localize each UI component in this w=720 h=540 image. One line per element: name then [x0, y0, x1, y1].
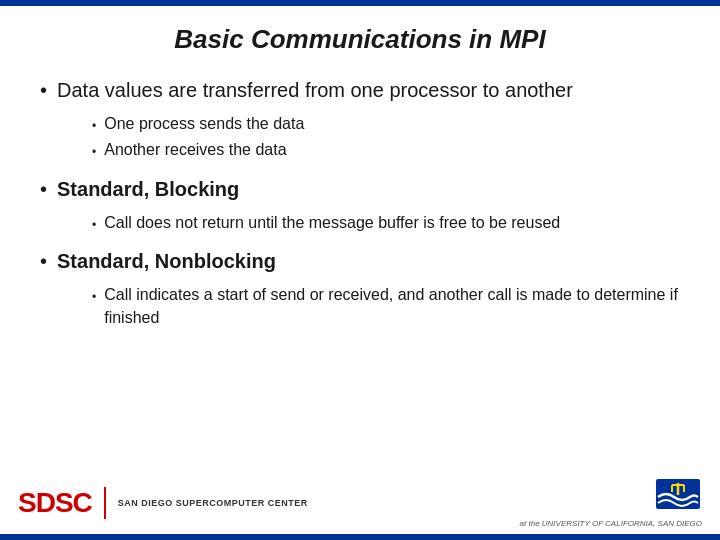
sub-bullet-symbol-2-1: •	[92, 217, 96, 234]
main-bullet-1-text: Data values are transferred from one pro…	[57, 77, 573, 103]
main-bullet-1: • Data values are transferred from one p…	[40, 77, 680, 103]
footer-org-name: SAN DIEGO SUPERCOMPUTER CENTER	[118, 498, 308, 508]
ucsd-label: at the UNIVERSITY OF CALIFORNIA, SAN DIE…	[520, 519, 702, 528]
sub-bullet-1-1-text: One process sends the data	[104, 113, 304, 135]
bullet-symbol-1: •	[40, 79, 47, 102]
slide-title: Basic Communications in MPI	[40, 24, 680, 55]
sub-bullet-2-1: • Call does not return until the message…	[92, 212, 680, 234]
slide-footer: SDSC SAN DIEGO SUPERCOMPUTER CENTER at t…	[0, 477, 720, 528]
footer-left: SDSC SAN DIEGO SUPERCOMPUTER CENTER	[18, 487, 308, 519]
footer-right: at the UNIVERSITY OF CALIFORNIA, SAN DIE…	[520, 477, 702, 528]
main-bullet-2-text: Standard, Blocking	[57, 176, 239, 202]
sdsc-divider	[104, 487, 106, 519]
sub-bullets-2: • Call does not return until the message…	[92, 212, 680, 234]
sub-bullet-1-2: • Another receives the data	[92, 139, 680, 161]
sub-bullet-symbol-3-1: •	[92, 289, 96, 306]
ucsd-logo-icon	[654, 477, 702, 515]
sub-bullet-3-1: • Call indicates a start of send or rece…	[92, 284, 680, 329]
sub-bullet-1-1: • One process sends the data	[92, 113, 680, 135]
bullet-symbol-3: •	[40, 250, 47, 273]
sub-bullets-3: • Call indicates a start of send or rece…	[92, 284, 680, 329]
sub-bullets-1: • One process sends the data • Another r…	[92, 113, 680, 162]
sdsc-logo: SDSC	[18, 487, 92, 519]
sub-bullet-1-2-text: Another receives the data	[104, 139, 286, 161]
slide: Basic Communications in MPI • Data value…	[0, 0, 720, 540]
main-bullet-3: • Standard, Nonblocking	[40, 248, 680, 274]
bullet-symbol-2: •	[40, 178, 47, 201]
main-bullet-2: • Standard, Blocking	[40, 176, 680, 202]
bottom-decorative-bar	[0, 534, 720, 540]
sub-bullet-symbol-1-1: •	[92, 118, 96, 135]
sub-bullet-symbol-1-2: •	[92, 144, 96, 161]
main-bullet-3-text: Standard, Nonblocking	[57, 248, 276, 274]
sub-bullet-2-1-text: Call does not return until the message b…	[104, 212, 560, 234]
slide-content: Basic Communications in MPI • Data value…	[0, 6, 720, 353]
sub-bullet-3-1-text: Call indicates a start of send or receiv…	[104, 284, 680, 329]
